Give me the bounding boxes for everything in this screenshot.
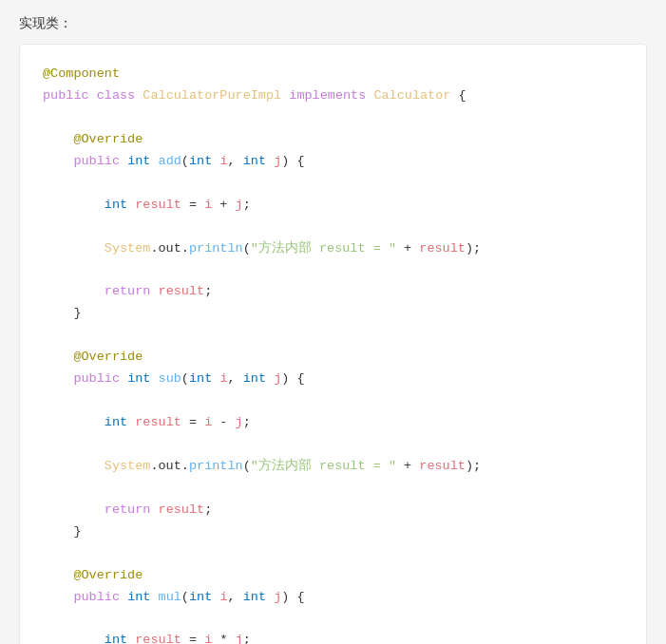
annotation-override1: @Override [73, 132, 143, 146]
result-use1: result [419, 241, 466, 256]
kw-int-1: int [127, 154, 150, 168]
method-sub: sub [159, 371, 181, 386]
kw-return2: return [105, 502, 151, 517]
result-use2: result [419, 459, 466, 473]
kw-int-2: int [127, 371, 150, 386]
kw-return1: return [105, 284, 151, 298]
kw-public-1: public [73, 154, 120, 168]
param-i3: i [219, 590, 227, 604]
system1: System [105, 241, 151, 256]
method-add: add [159, 154, 181, 168]
string2: "方法内部 result = " [251, 459, 396, 473]
param-i-use2: i [204, 415, 212, 429]
param-j3: j [274, 590, 281, 604]
kw-int-param4: int [243, 371, 266, 386]
var-result3: result [135, 633, 181, 644]
println1: println [189, 241, 243, 256]
kw-int-param6: int [243, 590, 266, 604]
param-i-use1: i [204, 198, 212, 212]
param-j2: j [274, 371, 281, 386]
var-result1: result [135, 198, 181, 212]
kw-int-param1: int [189, 154, 212, 168]
param-j-use3: j [236, 633, 243, 644]
param-i-use3: i [204, 633, 212, 644]
kw-int-param5: int [189, 590, 212, 604]
annotation-component: @Component [43, 66, 120, 81]
var-result2: result [135, 415, 181, 429]
annotation-override2: @Override [73, 350, 143, 364]
code-block: @Component public class CalculatorPureIm… [19, 44, 647, 644]
kw-public-3: public [73, 590, 120, 604]
annotation-override3: @Override [73, 568, 143, 582]
result-ret1: result [159, 284, 205, 298]
kw-class: class [97, 88, 136, 103]
kw-int-result2: int [105, 415, 127, 429]
page-wrapper: 实现类： @Component public class CalculatorP… [0, 0, 666, 644]
kw-int-param2: int [243, 154, 266, 168]
class-name-interface: Calculator [373, 88, 450, 103]
kw-public-2: public [73, 371, 120, 386]
system2: System [105, 459, 151, 473]
kw-int-result1: int [105, 198, 127, 212]
kw-int-param3: int [189, 371, 212, 386]
kw-int-3: int [127, 590, 150, 604]
param-j1: j [274, 154, 281, 168]
section-title: 实现类： [19, 15, 647, 32]
param-j-use1: j [236, 198, 243, 212]
method-mul: mul [159, 590, 181, 604]
param-i1: i [219, 154, 227, 168]
class-name-impl: CalculatorPureImpl [143, 88, 281, 103]
param-j-use2: j [236, 415, 243, 429]
string1: "方法内部 result = " [251, 241, 396, 256]
result-ret2: result [159, 502, 205, 517]
println2: println [189, 459, 243, 473]
param-i2: i [219, 371, 227, 386]
kw-int-result3: int [105, 633, 127, 644]
kw-public: public [43, 88, 89, 103]
kw-implements: implements [289, 88, 366, 103]
